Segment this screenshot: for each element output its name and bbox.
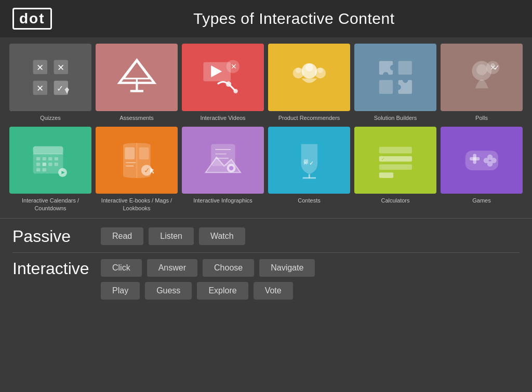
tile-product-recommenders-label: Product Recommenders <box>278 114 340 121</box>
tile-games-label: Games <box>472 197 490 204</box>
svg-text:✕: ✕ <box>36 84 44 93</box>
tile-infographics-label: Interactive Infographics <box>193 197 252 204</box>
svg-rect-42 <box>33 146 63 154</box>
svg-point-69 <box>229 166 233 170</box>
svg-rect-78 <box>379 172 393 178</box>
passive-row: Passive Read Listen Watch <box>12 227 520 246</box>
header: dot Types of Interactive Content <box>0 0 532 37</box>
tag-play[interactable]: Play <box>101 282 140 300</box>
tile-contests-label: Contests <box>298 197 320 204</box>
tag-answer[interactable]: Answer <box>147 259 197 277</box>
interactive-row: Interactive Click Answer Choose Navigate… <box>12 259 520 300</box>
page-title: Types of Interactive Content <box>69 10 520 28</box>
passive-tags: Read Listen Watch <box>101 227 245 245</box>
svg-rect-52 <box>36 168 40 171</box>
svg-marker-12 <box>124 61 150 78</box>
tile-interactive-videos[interactable]: ✕ Interactive Videos <box>182 44 264 121</box>
tile-calculators-label: Calculators <box>381 197 409 204</box>
tile-ebooks[interactable]: ✓ Interactive E-books / Mags / Lookbooks <box>96 127 178 212</box>
tag-click[interactable]: Click <box>101 259 142 277</box>
content-grid-section: ✕ ✕ ✕ ✓ Quizzes <box>0 37 532 216</box>
interactive-tags-row1: Click Answer Choose Navigate <box>101 259 315 277</box>
tag-watch[interactable]: Watch <box>199 227 245 245</box>
tile-games[interactable]: Games <box>441 127 523 212</box>
tag-guess[interactable]: Guess <box>145 282 192 300</box>
tile-quizzes-label: Quizzes <box>40 114 61 121</box>
svg-point-24 <box>296 67 301 73</box>
svg-point-32 <box>383 72 389 77</box>
svg-rect-29 <box>398 61 411 74</box>
passive-label: Passive <box>12 227 101 246</box>
svg-text:✓: ✓ <box>144 167 150 174</box>
bottom-section: Passive Read Listen Watch Interactive Cl… <box>0 218 532 306</box>
tile-solution-builders[interactable]: Solution Builders <box>354 44 436 121</box>
svg-point-26 <box>317 67 323 73</box>
tag-listen[interactable]: Listen <box>149 227 194 245</box>
svg-point-86 <box>487 161 493 167</box>
svg-rect-51 <box>54 163 58 166</box>
grid-row-2: Interactive Calendars / Countdowns ✓ <box>9 127 523 212</box>
svg-point-40 <box>490 63 495 67</box>
svg-point-22 <box>305 63 313 71</box>
logo: dot <box>12 8 52 30</box>
grid-row-1: ✕ ✕ ✕ ✓ Quizzes <box>9 44 523 121</box>
svg-rect-50 <box>48 163 52 166</box>
tile-calendars[interactable]: Interactive Calendars / Countdowns <box>9 127 91 212</box>
tile-calendars-label: Interactive Calendars / Countdowns <box>9 197 91 212</box>
tile-assessments-label: Assessments <box>119 114 153 121</box>
svg-text:✕: ✕ <box>36 63 44 73</box>
svg-rect-48 <box>36 163 40 166</box>
tag-read[interactable]: Read <box>101 227 143 245</box>
svg-rect-46 <box>48 157 52 160</box>
svg-rect-75 <box>379 146 411 153</box>
svg-text:✓: ✓ <box>57 84 63 93</box>
svg-rect-49 <box>42 163 46 166</box>
svg-rect-77 <box>379 164 411 170</box>
svg-rect-47 <box>54 157 58 160</box>
svg-point-31 <box>390 65 395 71</box>
svg-text:✓: ✓ <box>309 159 314 166</box>
svg-rect-28 <box>379 80 392 93</box>
tile-ebooks-label: Interactive E-books / Mags / Lookbooks <box>96 197 178 212</box>
interactive-label: Interactive <box>12 259 101 278</box>
tag-vote[interactable]: Vote <box>254 282 293 300</box>
svg-text:✓: ✓ <box>381 156 385 161</box>
svg-rect-45 <box>42 157 46 160</box>
svg-text:✕: ✕ <box>302 159 307 166</box>
svg-marker-62 <box>150 168 154 174</box>
svg-rect-82 <box>473 154 476 164</box>
tile-product-recommenders[interactable]: Product Recommenders <box>268 44 350 121</box>
svg-point-20 <box>233 89 237 93</box>
svg-text:✕: ✕ <box>231 63 237 71</box>
tag-navigate[interactable]: Navigate <box>259 259 315 277</box>
svg-point-33 <box>395 84 401 90</box>
svg-point-36 <box>476 64 487 75</box>
svg-point-34 <box>403 77 408 83</box>
tag-choose[interactable]: Choose <box>203 259 254 277</box>
svg-rect-53 <box>42 168 46 171</box>
svg-text:✕: ✕ <box>57 63 64 73</box>
tile-infographics[interactable]: Interactive Infographics <box>182 127 264 212</box>
tile-polls[interactable]: ✕ ✓ Polls <box>441 44 523 121</box>
tile-contests[interactable]: ✕ ✓ Contests <box>268 127 350 212</box>
tile-interactive-videos-label: Interactive Videos <box>200 114 245 121</box>
svg-rect-44 <box>36 157 40 160</box>
tile-quizzes[interactable]: ✕ ✕ ✕ ✓ Quizzes <box>9 44 91 121</box>
interactive-tags-container: Click Answer Choose Navigate Play Guess … <box>101 259 315 300</box>
tile-polls-label: Polls <box>475 114 488 121</box>
interactive-tags-row2: Play Guess Explore Vote <box>101 282 315 300</box>
section-divider <box>12 252 520 253</box>
tile-assessments[interactable]: Assessments <box>96 44 178 121</box>
svg-rect-57 <box>139 147 149 159</box>
tag-explore[interactable]: Explore <box>197 282 248 300</box>
tile-calculators[interactable]: ✓ Calculators <box>354 127 436 212</box>
tile-solution-builders-label: Solution Builders <box>374 114 417 121</box>
svg-rect-56 <box>125 147 135 159</box>
